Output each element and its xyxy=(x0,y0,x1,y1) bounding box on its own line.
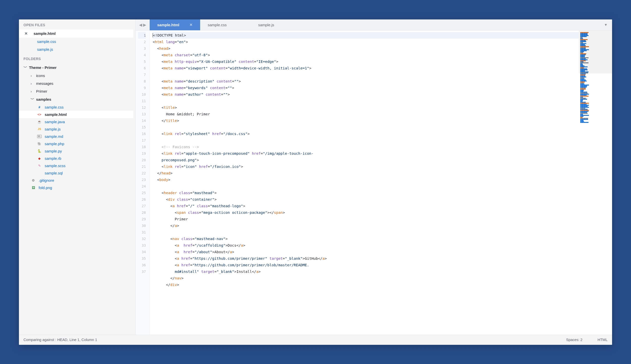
code-line[interactable]: <meta name="author" content=""> xyxy=(153,91,609,98)
file-item[interactable]: ✎sample.scss xyxy=(19,162,133,169)
line-gutter: 1234567891011121314151617181920212223242… xyxy=(136,31,150,335)
close-icon[interactable]: ✕ xyxy=(24,31,29,36)
file-item[interactable]: ☕sample.java xyxy=(19,118,133,125)
file-label: sample.css xyxy=(45,105,64,109)
file-item[interactable]: ⚙.gitignore xyxy=(19,177,133,184)
folder-item[interactable]: ›messages xyxy=(19,80,133,87)
nav-back-icon[interactable]: ◀ xyxy=(139,22,142,27)
code-line[interactable]: <meta name="keywords" content=""> xyxy=(153,85,609,91)
code-line[interactable]: <header class="masthead"> xyxy=(153,190,609,196)
file-item[interactable]: <>sample.html xyxy=(19,111,133,118)
code-line[interactable]: <link rel="icon" href="/favicon.ico"> xyxy=(153,163,609,170)
code-line[interactable]: <link rel="stylesheet" href="/docs.css"> xyxy=(153,131,609,137)
code-line[interactable]: <a href="/" class="masthead-logo"> xyxy=(153,203,609,209)
chevron-right-icon: › xyxy=(31,81,34,86)
code-line[interactable]: Primer xyxy=(153,216,609,222)
code-line[interactable]: <a href="/about">About</a> xyxy=(153,249,609,255)
css-file-icon: # xyxy=(37,105,42,109)
tab-nav-arrows: ◀ ▶ xyxy=(136,22,150,27)
editor-tab[interactable]: sample.html✕ xyxy=(150,19,200,30)
code-line[interactable]: <body> xyxy=(153,176,609,183)
code-line[interactable]: <span class="mega-octicon octicon-packag… xyxy=(153,209,609,216)
code-line[interactable] xyxy=(153,124,609,131)
folder-item[interactable]: ›Primer xyxy=(19,87,133,95)
folder-item[interactable]: ›icons xyxy=(19,72,133,80)
file-label: sample.js xyxy=(45,127,61,131)
folder-item[interactable]: ﹀samples xyxy=(19,95,133,103)
open-file-label: sample.js xyxy=(37,47,53,51)
code-line[interactable] xyxy=(153,98,609,104)
minimap-viewport[interactable] xyxy=(579,31,612,73)
chevron-right-icon: › xyxy=(31,73,34,78)
sidebar: OPEN FILES ✕sample.htmlsample.csssample.… xyxy=(19,19,136,335)
close-icon[interactable]: ✕ xyxy=(190,23,193,27)
code-line[interactable]: </title> xyxy=(153,117,609,124)
code-line[interactable]: </div> xyxy=(153,281,609,288)
file-label: sample.java xyxy=(45,120,65,124)
code-line[interactable]: <title> xyxy=(153,104,609,111)
folder-label: messages xyxy=(36,81,53,86)
folder-label: Theme - Primer xyxy=(29,65,57,70)
file-label: sample.php xyxy=(45,142,64,146)
code-line[interactable]: <meta name="viewport" content="width=dev… xyxy=(153,65,609,71)
code-line[interactable]: <html lang="en"> xyxy=(153,39,609,45)
status-left[interactable]: Comparing against : HEAD, Line 1, Column… xyxy=(23,338,97,342)
status-bar: Comparing against : HEAD, Line 1, Column… xyxy=(19,335,612,345)
status-language[interactable]: HTML xyxy=(598,338,608,342)
php-file-icon: 🐘 xyxy=(37,142,42,146)
code-line[interactable]: </head> xyxy=(153,170,609,176)
code-line[interactable]: </a> xyxy=(153,222,609,229)
editor-tab[interactable]: sample.js xyxy=(251,19,301,30)
file-item[interactable]: 🐍sample.py xyxy=(19,147,133,155)
code-line[interactable]: <link rel="apple-touch-icon-precomposed"… xyxy=(153,150,609,157)
file-item[interactable]: 🐘sample.php xyxy=(19,140,133,147)
code-line[interactable] xyxy=(153,137,609,144)
chevron-right-icon: › xyxy=(31,89,34,93)
code-line[interactable] xyxy=(153,229,609,236)
code-line[interactable]: <a href="https://github.com/primer/prime… xyxy=(153,262,609,268)
code-line[interactable] xyxy=(153,183,609,190)
code-line[interactable]: </nav> xyxy=(153,275,609,281)
file-item[interactable]: #sample.css xyxy=(19,103,133,111)
code-line[interactable]: <div class="container"> xyxy=(153,196,609,203)
code-line[interactable]: md#install" target="_blank">Install</a> xyxy=(153,268,609,275)
file-item[interactable]: M↓sample.md xyxy=(19,133,133,140)
nav-forward-icon[interactable]: ▶ xyxy=(143,22,146,27)
editor-pane: ◀ ▶ sample.html✕sample.csssample.js ▼ 12… xyxy=(136,19,612,335)
code-line[interactable]: <a href="https://github.com/primer/prime… xyxy=(153,255,609,262)
code-line[interactable]: <a href="/scaffolding">Docs</a> xyxy=(153,242,609,249)
code-content[interactable]: <!DOCTYPE html><html lang="en"> <head> <… xyxy=(150,31,612,335)
open-file-item[interactable]: sample.css xyxy=(19,38,133,45)
folder-label: Primer xyxy=(36,89,47,93)
code-line[interactable]: <!DOCTYPE html> xyxy=(153,32,609,39)
code-line[interactable]: Home &middot; Primer xyxy=(153,111,609,117)
code-area[interactable]: 1234567891011121314151617181920212223242… xyxy=(136,31,612,335)
tab-overflow-icon[interactable]: ▼ xyxy=(599,23,612,27)
status-spaces[interactable]: Spaces: 2 xyxy=(566,338,583,342)
tab-label: sample.css xyxy=(208,23,227,27)
chevron-down-icon: ﹀ xyxy=(23,65,27,70)
folder-root[interactable]: ﹀ Theme - Primer xyxy=(19,63,133,72)
code-line[interactable]: <nav class="masthead-nav"> xyxy=(153,236,609,242)
code-line[interactable]: precomposed.png"> xyxy=(153,157,609,163)
code-line[interactable]: <head> xyxy=(153,45,609,52)
file-item[interactable]: ◆sample.rb xyxy=(19,155,133,162)
open-file-item[interactable]: sample.js xyxy=(19,45,133,53)
code-line[interactable] xyxy=(153,71,609,78)
md-file-icon: M↓ xyxy=(37,135,42,138)
code-line[interactable]: <meta name="description" content=""> xyxy=(153,78,609,85)
file-label: sample.scss xyxy=(45,164,66,168)
file-item[interactable]: JSsample.js xyxy=(19,125,133,133)
code-line[interactable]: <!-- Favicons --> xyxy=(153,144,609,150)
editor-window: OPEN FILES ✕sample.htmlsample.csssample.… xyxy=(19,19,612,345)
code-line[interactable]: <meta http-equiv="X-UA-Compatible" conte… xyxy=(153,58,609,65)
open-file-item[interactable]: ✕sample.html xyxy=(19,30,133,38)
minimap[interactable]: ████████████████████████████████████████… xyxy=(579,31,612,335)
file-item[interactable]: 🖼fold.png xyxy=(19,184,133,191)
editor-tab[interactable]: sample.css xyxy=(200,19,251,30)
file-label: sample.rb xyxy=(45,156,61,161)
img-file-icon: 🖼 xyxy=(31,186,36,190)
folder-label: icons xyxy=(36,73,45,78)
code-line[interactable]: <meta charset="utf-8"> xyxy=(153,52,609,58)
file-item[interactable]: sample.sql xyxy=(19,169,133,177)
